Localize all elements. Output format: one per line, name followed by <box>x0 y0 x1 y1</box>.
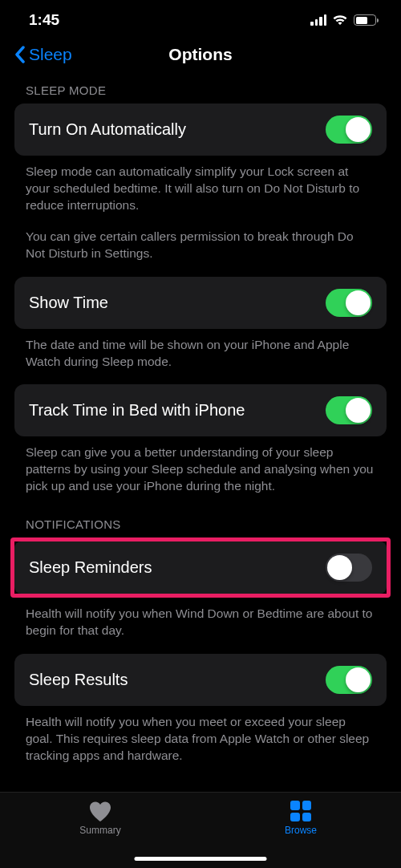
nav-header: Sleep Options <box>0 35 401 75</box>
setting-label: Turn On Automatically <box>29 120 186 139</box>
setting-label: Track Time in Bed with iPhone <box>29 401 245 420</box>
setting-desc: Sleep mode can automatically simplify yo… <box>14 156 387 277</box>
cellular-icon <box>310 14 326 26</box>
setting-label: Show Time <box>29 294 108 312</box>
back-label: Sleep <box>29 45 72 64</box>
setting-desc: Health will notify you when Wind Down or… <box>14 598 387 654</box>
setting-track-time-in-bed: Track Time in Bed with iPhone <box>14 384 387 436</box>
section-header-sleep-mode: SLEEP MODE <box>14 75 387 103</box>
setting-label: Sleep Reminders <box>29 558 152 577</box>
home-indicator[interactable] <box>135 857 267 862</box>
toggle-track-time-in-bed[interactable] <box>326 396 372 424</box>
content-scroll[interactable]: SLEEP MODE Turn On Automatically Sleep m… <box>0 75 401 813</box>
setting-sleep-results: Sleep Results <box>14 654 387 706</box>
status-indicators <box>310 14 379 26</box>
battery-icon <box>354 14 379 26</box>
status-time: 1:45 <box>29 11 59 29</box>
back-button[interactable]: Sleep <box>14 45 72 64</box>
setting-desc: The date and time will be shown on your … <box>14 329 387 385</box>
toggle-show-time[interactable] <box>326 289 372 317</box>
setting-show-time: Show Time <box>14 277 387 329</box>
setting-turn-on-automatically: Turn On Automatically <box>14 103 387 156</box>
toggle-sleep-reminders[interactable] <box>326 554 372 582</box>
toggle-sleep-results[interactable] <box>326 666 372 694</box>
wifi-icon <box>332 14 348 26</box>
status-bar: 1:45 <box>0 0 401 35</box>
setting-label: Sleep Results <box>29 671 128 689</box>
grid-icon <box>290 800 311 822</box>
page-title: Options <box>168 45 232 64</box>
heart-icon <box>88 800 112 822</box>
chevron-left-icon <box>14 46 26 63</box>
tab-label: Browse <box>285 825 317 836</box>
tab-label: Summary <box>79 825 120 836</box>
setting-sleep-reminders: Sleep Reminders <box>14 541 387 594</box>
setting-desc: Health will notify you when you meet or … <box>14 706 387 779</box>
setting-desc: Sleep can give you a better understandin… <box>14 436 387 509</box>
highlighted-sleep-reminders: Sleep Reminders <box>10 537 391 598</box>
toggle-turn-on-automatically[interactable] <box>326 116 372 144</box>
section-header-notifications: NOTIFICATIONS <box>14 509 387 537</box>
